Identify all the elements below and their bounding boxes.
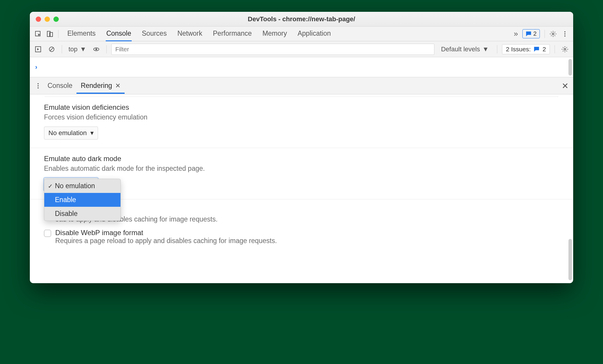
scrollbar-thumb[interactable]: [568, 239, 572, 280]
tab-memory[interactable]: Memory: [262, 27, 288, 41]
tab-network[interactable]: Network: [177, 27, 203, 41]
checkbox-desc: Requires a page reload to apply and disa…: [55, 237, 277, 245]
panel-divider: [45, 94, 558, 97]
issues-badge[interactable]: 2: [522, 29, 540, 38]
tab-performance[interactable]: Performance: [212, 27, 252, 41]
window-title: DevTools - chrome://new-tab-page/: [30, 15, 573, 23]
disable-avif-row: format oad to apply and disables caching…: [44, 207, 559, 223]
rendering-panel: Emulate vision deficiencies Forces visio…: [30, 94, 573, 283]
context-label: top: [69, 45, 78, 53]
section-title: Emulate auto dark mode: [44, 155, 559, 163]
message-icon: [526, 31, 532, 37]
filter-input[interactable]: [111, 44, 434, 55]
checkbox-title: Disable WebP image format: [55, 229, 277, 237]
scrollbar-thumb[interactable]: [568, 59, 572, 76]
select-value: No emulation: [48, 129, 87, 137]
divider: [58, 30, 58, 38]
section-desc: Enables automatic dark mode for the insp…: [44, 165, 559, 173]
main-toolbar: Elements Console Sources Network Perform…: [30, 27, 573, 41]
divider: [497, 45, 497, 53]
tab-elements[interactable]: Elements: [67, 27, 96, 41]
section-vision-deficiencies: Emulate vision deficiencies Forces visio…: [30, 97, 573, 148]
levels-label: Default levels: [441, 45, 480, 53]
drawer-tab-label: Rendering: [81, 82, 112, 90]
svg-point-11: [95, 48, 97, 50]
tab-console[interactable]: Console: [106, 27, 132, 41]
section-title: Emulate vision deficiencies: [44, 103, 559, 112]
chevron-down-icon: ▾: [90, 129, 94, 137]
section-desc: Forces vision deficiency emulation: [44, 113, 559, 121]
titlebar: DevTools - chrome://new-tab-page/: [30, 12, 573, 27]
svg-point-6: [564, 35, 565, 37]
svg-line-9: [50, 47, 53, 51]
auto-dark-mode-dropdown: No emulation Enable Disable: [44, 179, 121, 221]
chevron-down-icon: ▼: [482, 45, 489, 53]
tab-application[interactable]: Application: [297, 27, 332, 41]
issues-badge-count: 2: [533, 30, 537, 37]
tab-sources[interactable]: Sources: [141, 27, 167, 41]
drawer-kebab-icon[interactable]: [33, 81, 43, 91]
console-settings-icon[interactable]: [560, 44, 570, 55]
disable-webp-checkbox[interactable]: [44, 230, 51, 237]
device-toolbar-icon[interactable]: [45, 29, 55, 39]
console-prompt-area[interactable]: ›: [30, 57, 573, 77]
inspect-element-icon[interactable]: [33, 29, 43, 39]
dropdown-option-enable[interactable]: Enable: [44, 193, 120, 207]
issues-summary[interactable]: 2 Issues: 2: [502, 44, 550, 54]
drawer-tab-console[interactable]: Console: [43, 78, 76, 94]
vision-deficiency-select[interactable]: No emulation ▾: [44, 127, 98, 140]
console-toolbar: top ▼ Default levels ▼ 2 Issues: 2: [30, 41, 573, 57]
clear-console-icon[interactable]: [46, 44, 57, 55]
issues-count: 2: [542, 46, 546, 53]
close-tab-icon[interactable]: ✕: [115, 82, 120, 90]
log-levels-selector[interactable]: Default levels ▼: [437, 45, 492, 53]
svg-point-13: [38, 83, 39, 84]
prompt-chevron-icon: ›: [35, 63, 37, 71]
svg-point-4: [564, 31, 565, 32]
live-expression-icon[interactable]: [91, 44, 102, 55]
drawer-tab-strip: Console Rendering ✕ ✕: [30, 77, 573, 94]
svg-point-14: [38, 85, 39, 86]
svg-point-12: [564, 48, 566, 50]
divider: [106, 45, 107, 53]
chevron-down-icon: ▼: [80, 45, 87, 53]
devtools-window: DevTools - chrome://new-tab-page/ Elemen…: [30, 12, 573, 283]
settings-icon[interactable]: [548, 29, 558, 39]
more-tabs-icon[interactable]: »: [511, 29, 521, 39]
divider: [555, 45, 555, 53]
divider: [62, 45, 62, 53]
svg-point-3: [552, 33, 554, 35]
close-drawer-icon[interactable]: ✕: [562, 81, 568, 91]
issues-prefix: 2 Issues:: [506, 46, 531, 53]
divider: [545, 30, 545, 38]
context-selector[interactable]: top ▼: [67, 45, 88, 53]
main-tab-strip: Elements Console Sources Network Perform…: [67, 27, 509, 41]
message-icon: [534, 46, 540, 52]
dropdown-option-no-emulation[interactable]: No emulation: [44, 179, 120, 193]
svg-point-5: [564, 33, 565, 35]
check-label-block: Disable WebP image format Requires a pag…: [55, 229, 277, 245]
svg-point-15: [38, 87, 39, 88]
dropdown-option-disable[interactable]: Disable: [44, 207, 120, 221]
disable-webp-row: Disable WebP image format Requires a pag…: [44, 229, 559, 245]
kebab-menu-icon[interactable]: [560, 29, 570, 39]
sidebar-toggle-icon[interactable]: [33, 44, 43, 55]
drawer-tab-rendering[interactable]: Rendering ✕: [76, 78, 124, 94]
